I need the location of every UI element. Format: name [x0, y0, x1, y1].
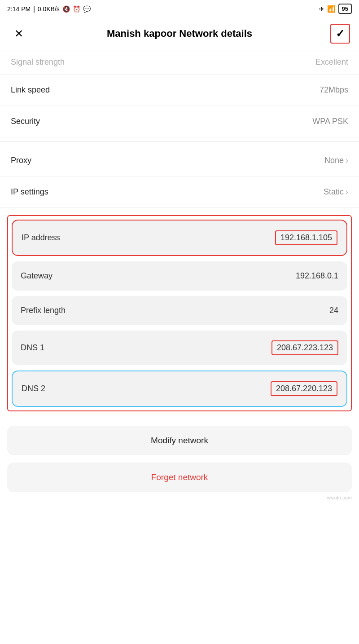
ip-settings-label: IP settings	[11, 187, 48, 197]
data-speed: 0.0KB/s	[38, 5, 60, 13]
dns1-label: DNS 1	[21, 343, 44, 353]
mute-icon: 🔇	[62, 5, 70, 13]
ip-settings-value: Static ›	[324, 187, 348, 197]
gateway-row[interactable]: Gateway 192.168.0.1	[12, 261, 347, 291]
status-right: ✈ 📶 95	[319, 4, 352, 14]
proxy-label: Proxy	[11, 156, 31, 165]
forget-network-button[interactable]: Forget network	[7, 463, 352, 492]
security-value: WPA PSK	[312, 117, 348, 126]
dns1-value[interactable]: 208.67.223.123	[271, 340, 338, 355]
gateway-label: Gateway	[21, 271, 53, 281]
link-speed-value: 72Mbps	[320, 85, 348, 95]
alarm-icon: ⏰	[73, 5, 80, 13]
dns2-row[interactable]: DNS 2 208.67.220.123	[12, 371, 347, 407]
action-buttons: Modify network Forget network	[0, 419, 359, 492]
dns1-row[interactable]: DNS 1 208.67.223.123	[12, 331, 347, 365]
time-text: 2:14 PM	[7, 5, 31, 13]
proxy-arrow-icon: ›	[346, 156, 348, 165]
ip-address-row[interactable]: IP address 192.168.1.105	[12, 220, 347, 256]
proxy-value: None ›	[324, 156, 348, 165]
security-label: Security	[11, 117, 40, 126]
ip-address-label: IP address	[22, 233, 60, 243]
confirm-button[interactable]: ✓	[330, 24, 350, 44]
content-area: Signal strength Excellent Link speed 72M…	[0, 50, 359, 492]
modify-network-button[interactable]: Modify network	[7, 426, 352, 455]
proxy-row[interactable]: Proxy None ›	[0, 145, 359, 176]
airplane-icon: ✈	[319, 5, 324, 13]
dns2-label: DNS 2	[22, 384, 45, 393]
static-ip-section: IP address 192.168.1.105 Gateway 192.168…	[7, 215, 352, 411]
ip-address-value[interactable]: 192.168.1.105	[275, 230, 337, 245]
signal-strength-row: Signal strength Excellent	[0, 50, 359, 75]
ip-settings-row[interactable]: IP settings Static ›	[0, 176, 359, 208]
title-bar: ✕ Manish kapoor Network details ✓	[0, 18, 359, 50]
signal-strength-label: Signal strength	[11, 57, 65, 67]
gateway-value[interactable]: 192.168.0.1	[296, 271, 338, 281]
page-title: Manish kapoor Network details	[29, 28, 330, 40]
status-left: 2:14 PM | 0.0KB/s 🔇 ⏰ 💬	[7, 5, 91, 13]
link-speed-row: Link speed 72Mbps	[0, 75, 359, 106]
prefix-length-row[interactable]: Prefix length 24	[12, 296, 347, 325]
separator: |	[33, 5, 35, 13]
section-divider	[0, 141, 359, 141]
message-icon: 💬	[83, 5, 91, 13]
security-row: Security WPA PSK	[0, 106, 359, 137]
status-bar: 2:14 PM | 0.0KB/s 🔇 ⏰ 💬 ✈ 📶 95	[0, 0, 359, 18]
prefix-length-value[interactable]: 24	[329, 306, 338, 315]
watermark: wsxdn.com	[0, 492, 359, 503]
wifi-icon: 📶	[327, 5, 336, 13]
ip-settings-arrow-icon: ›	[346, 187, 348, 197]
signal-strength-value: Excellent	[315, 57, 348, 67]
close-button[interactable]: ✕	[9, 24, 29, 44]
prefix-length-label: Prefix length	[21, 306, 66, 315]
dns2-value[interactable]: 208.67.220.123	[271, 381, 337, 396]
link-speed-label: Link speed	[11, 85, 50, 95]
battery-level: 95	[338, 4, 352, 14]
